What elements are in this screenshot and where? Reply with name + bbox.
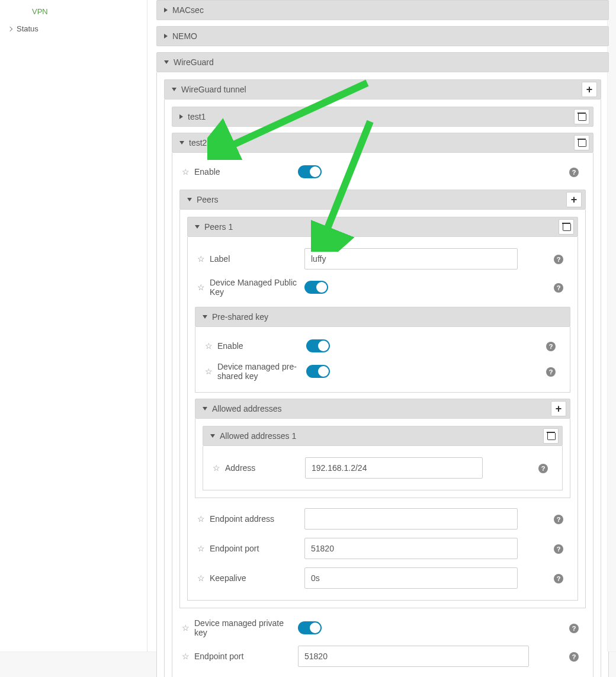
dev-pubkey-toggle[interactable] xyxy=(304,281,328,294)
tunnel-name: test1 xyxy=(188,112,206,121)
row-psk-enable: ☆ Enable ? xyxy=(203,334,563,358)
allowed-header[interactable]: Allowed addresses + xyxy=(195,399,570,419)
row-dev-privkey: ☆ Device managed private key ? xyxy=(179,614,586,641)
peers-header[interactable]: Peers + xyxy=(179,190,586,210)
section-nemo[interactable]: NEMO xyxy=(156,26,609,46)
psk-body: ☆ Enable ? ☆ Device managed pre xyxy=(195,327,570,393)
star-icon: ☆ xyxy=(182,623,190,633)
row-address: ☆ Address ? xyxy=(210,453,555,483)
triangle-down-icon xyxy=(210,434,215,438)
section-title: NEMO xyxy=(172,31,197,41)
section-title: WireGuard xyxy=(174,57,214,67)
field-label: Device Managed Public Key xyxy=(210,278,304,297)
star-icon: ☆ xyxy=(182,167,190,177)
tunnel-name: test2 xyxy=(189,138,207,147)
plus-icon: + xyxy=(571,194,578,205)
add-allowed-button[interactable]: + xyxy=(551,401,566,416)
address-input[interactable] xyxy=(305,457,483,479)
enable-toggle[interactable] xyxy=(298,165,322,178)
triangle-down-icon xyxy=(179,141,184,145)
triangle-down-icon xyxy=(164,60,169,64)
help-icon[interactable]: ? xyxy=(538,464,548,473)
help-icon[interactable]: ? xyxy=(554,283,563,293)
psk-header[interactable]: Pre-shared key xyxy=(195,307,570,327)
field-label: Endpoint port xyxy=(210,544,259,553)
help-icon[interactable]: ? xyxy=(546,367,556,377)
help-icon[interactable]: ? xyxy=(554,515,563,524)
dev-privkey-toggle[interactable] xyxy=(298,621,322,634)
psk-managed-toggle[interactable] xyxy=(306,365,330,378)
row-psk-managed: ☆ Device managed pre-shared key ? xyxy=(203,358,563,385)
triangle-right-icon xyxy=(164,34,168,38)
plus-icon: + xyxy=(586,84,593,95)
peer1-body: ☆ Label ? ☆ Device Managed Public Key xyxy=(187,237,578,601)
delete-tunnel-test2-button[interactable] xyxy=(574,135,589,150)
section-title: MACsec xyxy=(172,5,204,15)
field-label: Keepalive xyxy=(210,573,246,583)
chevron-right-icon xyxy=(8,26,12,31)
star-icon: ☆ xyxy=(197,283,205,292)
star-icon: ☆ xyxy=(205,341,213,351)
field-label: Enable xyxy=(194,167,220,177)
tunnel-test1[interactable]: test1 xyxy=(172,107,593,127)
section-macsec[interactable]: MACsec xyxy=(156,0,609,20)
keepalive-input[interactable] xyxy=(304,567,518,589)
endpoint-addr-input[interactable] xyxy=(304,508,518,530)
add-tunnel-button[interactable]: + xyxy=(582,82,597,97)
section-title: WireGuard tunnel xyxy=(181,85,246,94)
trash-icon xyxy=(563,223,570,231)
help-icon[interactable]: ? xyxy=(546,342,556,351)
row-endpoint-addr: ☆ Endpoint address ? xyxy=(195,504,570,534)
row-tunnel-endpoint-port: ☆ Endpoint port ? xyxy=(179,641,586,671)
field-label: Label xyxy=(210,254,230,264)
row-enable: ☆ Enable ? xyxy=(179,160,586,184)
star-icon: ☆ xyxy=(213,463,220,473)
delete-allowed1-button[interactable] xyxy=(543,428,559,444)
tunnel-test2[interactable]: test2 xyxy=(172,133,593,153)
row-label: ☆ Label ? xyxy=(195,244,570,274)
wireguard-body: WireGuard tunnel + test1 test2 xyxy=(156,72,609,677)
delete-peer1-button[interactable] xyxy=(559,219,574,235)
help-icon[interactable]: ? xyxy=(554,574,563,583)
allowed-body: Allowed addresses 1 ☆ Address xyxy=(195,419,570,498)
section-title: Pre-shared key xyxy=(212,312,268,322)
peer1-header[interactable]: Peers 1 xyxy=(187,217,578,237)
field-label: Endpoint address xyxy=(210,514,274,524)
trash-icon xyxy=(578,113,585,121)
peers-body: Peers 1 ☆ Label ? xyxy=(179,210,586,608)
sidebar-item-status[interactable]: Status xyxy=(0,20,147,37)
wg-tunnel-header[interactable]: WireGuard tunnel + xyxy=(164,79,601,100)
triangle-down-icon xyxy=(187,198,192,201)
field-label: Device managed private key xyxy=(194,618,298,637)
star-icon: ☆ xyxy=(182,652,190,661)
sidebar-item-label: Status xyxy=(17,24,38,33)
help-icon[interactable]: ? xyxy=(554,255,563,264)
help-icon[interactable]: ? xyxy=(569,652,579,662)
endpoint-port-input[interactable] xyxy=(304,538,518,559)
field-label: Address xyxy=(225,463,255,473)
sidebar-item-vpn[interactable]: VPN xyxy=(0,3,147,20)
delete-tunnel-test1-button[interactable] xyxy=(574,109,589,124)
triangle-down-icon xyxy=(195,225,200,229)
add-peer-button[interactable]: + xyxy=(566,192,582,207)
triangle-down-icon xyxy=(172,88,177,91)
star-icon: ☆ xyxy=(197,254,205,264)
help-icon[interactable]: ? xyxy=(569,168,579,177)
row-dev-pubkey: ☆ Device Managed Public Key ? xyxy=(195,274,570,301)
star-icon: ☆ xyxy=(197,573,205,583)
row-keepalive: ☆ Keepalive ? xyxy=(195,563,570,593)
allowed1-header[interactable]: Allowed addresses 1 xyxy=(203,426,563,446)
triangle-down-icon xyxy=(203,315,207,319)
field-label: Endpoint port xyxy=(194,652,243,661)
help-icon[interactable]: ? xyxy=(554,544,563,554)
psk-enable-toggle[interactable] xyxy=(306,339,330,352)
help-icon[interactable]: ? xyxy=(569,624,579,633)
label-input[interactable] xyxy=(304,248,518,269)
section-wireguard[interactable]: WireGuard xyxy=(156,52,609,72)
wg-tunnel-body: test1 test2 ☆ Enable xyxy=(164,100,601,677)
tunnel-endpoint-port-input[interactable] xyxy=(298,646,529,667)
star-icon: ☆ xyxy=(205,367,213,376)
section-title: Allowed addresses xyxy=(212,404,282,413)
star-icon: ☆ xyxy=(197,544,205,553)
field-label: Enable xyxy=(217,341,243,351)
